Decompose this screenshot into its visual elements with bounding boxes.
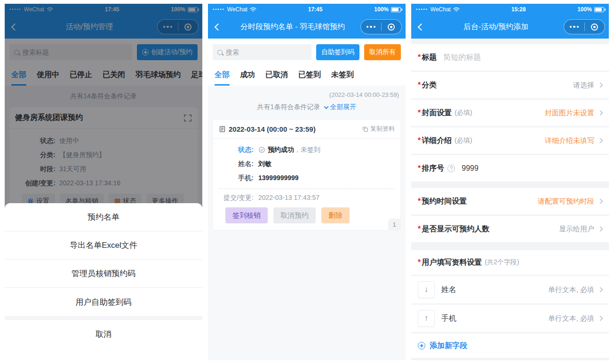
sheet-item-admin-verify-code[interactable]: 管理员核销预约码 [5,260,202,288]
delete-button[interactable]: 删除 [321,207,350,223]
cancel-booking-button[interactable]: 取消预约 [273,207,316,223]
miniprogram-capsule [564,19,605,34]
close-capsule-icon[interactable] [382,24,402,31]
chevron-right-icon [598,110,603,115]
chevron-right-icon [598,226,603,231]
move-down-button[interactable]: ↓ [418,281,435,298]
checkin-verify-button[interactable]: 签到核销 [225,207,268,223]
wifi-icon [453,7,460,12]
miniprogram-capsule [360,19,402,34]
plus-circle-icon [418,342,425,349]
user-field-row-phone[interactable]: ↑ 手机 单行文本, 必填 [411,305,609,332]
search-input-wrap[interactable] [213,44,311,60]
filter-tabs: 全部 成功 已取消 已签到 未签到 [208,66,406,86]
field-type-label: 单行文本, 必填 [548,314,594,323]
arrow-down-icon: ↓ [424,285,429,294]
more-menu-icon[interactable] [361,26,381,28]
nav-bar: 后台-活动/预约添加 [411,15,609,39]
form-row-show-capacity[interactable]: * 是否显示可预约人数 显示给用户 [411,216,609,242]
status-bar: ••••• WeChat 15:28 100% [411,4,609,15]
search-toolbar: 自助签到码 取消所有 [208,39,406,66]
cancel-all-button[interactable]: 取消所有 [364,44,401,60]
description-value: 详细介绍未填写 [545,136,594,145]
copy-data-button[interactable]: 复制资料 [362,125,395,133]
date-range-label: (2022-03-14 00:00-23:59) [208,86,406,99]
battery-icon [391,7,401,12]
add-new-field-button[interactable]: 添加新字段 [418,341,467,351]
chevron-right-icon [598,198,603,204]
page-number-badge: 1 [388,219,400,230]
chevron-right-icon [598,82,603,87]
sheet-item-booking-list[interactable]: 预约名单 [5,203,202,231]
back-icon[interactable] [418,23,425,31]
user-field-row-name[interactable]: ↓ 姓名 单行文本, 必填 [411,276,609,303]
arrow-up-icon: ↑ [424,314,429,323]
tab-all[interactable]: 全部 [215,66,230,86]
form-row-title: * 标题 [411,44,609,71]
divider [219,189,395,189]
form-row-user-fields-header: * 用户填写资料设置 (共2个字段) [411,250,609,275]
phone-activity-add-form: ••••• WeChat 15:28 100% 后台-活动/预约添加 * [411,4,609,360]
record-status-row: 状态: 预约成功 ，未签到 [219,142,395,157]
action-sheet: 预约名单 导出名单Excel文件 管理员核销预约码 用户自助签到码 取消 [5,203,202,348]
tab-checked-in[interactable]: 已签到 [298,66,321,86]
tab-not-checked-in[interactable]: 未签到 [331,66,354,86]
clock: 17:45 [308,6,323,13]
status-bar: ••••• WeChat 17:45 100% [208,4,406,15]
page-title: 后台-活动/预约添加 [432,22,560,32]
show-capacity-value: 显示给用户 [559,225,594,234]
battery-percent: 100% [577,6,592,13]
form-row-sort-order: * 排序号 ? 9999 [411,155,609,182]
record-submit-row: 提交/变更: 2022-03-13 17:43:57 [219,191,395,204]
clock: 15:28 [511,6,526,13]
check-circle-icon [258,146,265,153]
signal-icon: ••••• [416,8,428,12]
sheet-cancel-button[interactable]: 取消 [5,320,202,348]
carrier-label: WeChat [227,6,247,13]
sort-order-value[interactable]: 9999 [462,164,478,173]
tab-cancelled[interactable]: 已取消 [265,66,288,86]
sheet-item-export-excel[interactable]: 导出名单Excel文件 [5,231,202,260]
category-value: 请选择 [573,81,594,90]
nav-bar: 分时段预约名单 - 羽毛球馆预约 [208,15,406,39]
help-icon[interactable]: ? [447,165,455,172]
move-up-button[interactable]: ↑ [418,310,435,327]
form-row-description[interactable]: * 详细介绍 (必填) 详细介绍未填写 [411,127,609,154]
self-checkin-code-button[interactable]: 自助签到码 [316,44,359,60]
record-name-row: 姓名: 刘敏 [219,157,395,171]
back-icon[interactable] [215,23,222,31]
form-row-cover[interactable]: * 封面设置 (必填) 封面图片未设置 [411,100,609,126]
form-row-category[interactable]: * 分类 请选择 [411,72,609,98]
expand-all-link[interactable]: 全部展开 [325,103,356,111]
copy-icon [362,126,368,132]
screenshot-stage: ••••• WeChat 17:45 100% 活动/预约管理 [0,0,614,364]
cover-value: 封面图片未设置 [545,109,594,118]
carrier-label: WeChat [431,6,451,13]
add-field-row: 添加新字段 [411,333,609,358]
field-type-label: 单行文本, 必填 [548,285,594,294]
result-count: 共有1条符合条件记录 [257,103,320,111]
search-input[interactable] [226,48,307,56]
chevron-down-icon [324,104,329,109]
phone-booking-roster: ••••• WeChat 17:45 100% 分时段预约名单 - 羽毛球馆预约 [208,4,406,360]
chevron-right-icon [598,316,603,321]
booking-record-card: 2022-03-14 (00:00 ~ 23:59) 复制资料 状态: 预约成功… [213,119,401,230]
page-title: 分时段预约名单 - 羽毛球馆预约 [229,22,357,32]
search-icon [217,50,223,55]
title-input[interactable] [443,53,602,62]
record-datetime: 2022-03-14 (00:00 ~ 23:59) [229,125,316,133]
wifi-icon [250,7,256,12]
chevron-right-icon [598,287,603,292]
phone-activity-management: ••••• WeChat 17:45 100% 活动/预约管理 [5,4,202,348]
record-phone-row: 手机: 13999999999 [219,171,395,185]
battery-icon [594,7,604,12]
battery-percent: 100% [374,6,389,13]
close-capsule-icon[interactable] [585,24,605,31]
signal-icon: ••••• [213,8,225,12]
sheet-item-self-checkin-code[interactable]: 用户自助签到码 [5,288,202,316]
booking-time-value: 请配置可预约时段 [538,197,594,206]
tab-success[interactable]: 成功 [240,66,255,86]
chevron-right-icon [598,138,603,143]
form-row-booking-time[interactable]: * 预约时间设置 请配置可预约时段 [411,188,609,214]
more-menu-icon[interactable] [564,26,584,28]
